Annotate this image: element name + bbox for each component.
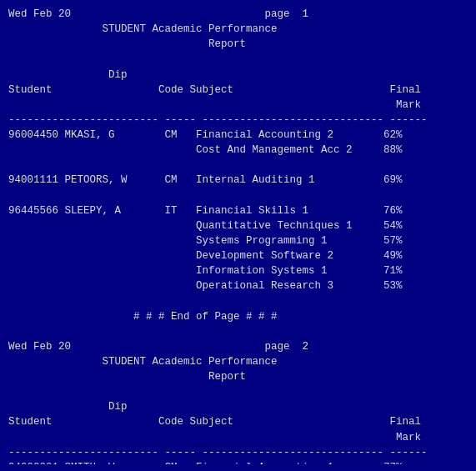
report-content: Wed Feb 20 page 1 STUDENT Academic Perfo…: [8, 7, 468, 464]
screen: Wed Feb 20 page 1 STUDENT Academic Perfo…: [0, 0, 476, 471]
report-container: Wed Feb 20 page 1 STUDENT Academic Perfo…: [8, 7, 468, 464]
